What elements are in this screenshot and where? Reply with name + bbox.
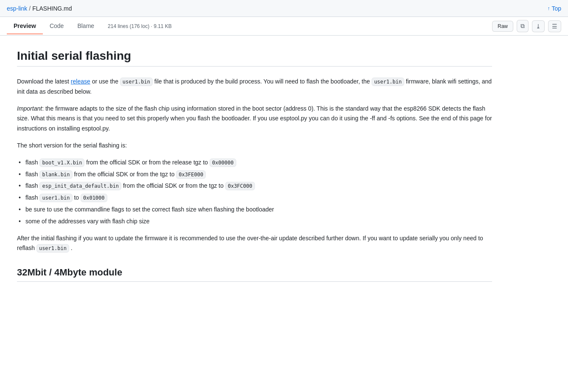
bullet-list: flash boot_v1.X.bin from the official SD…	[17, 158, 492, 227]
li3-before: flash	[25, 182, 39, 189]
li1-after: from the official SDK or from the releas…	[84, 159, 210, 166]
important-italic: Important	[17, 105, 42, 112]
code-boot-bin: boot_v1.X.bin	[39, 158, 84, 167]
tab-blame[interactable]: Blame	[70, 18, 101, 34]
top-arrow-icon: ↑	[547, 6, 550, 11]
li2-before: flash	[25, 171, 39, 178]
para4-after: .	[69, 245, 73, 251]
para4-before: After the initial flashing if you want t…	[17, 235, 483, 252]
list-item-3: flash esp_init_data_default.bin from the…	[25, 181, 492, 191]
para1-mid: file that is produced by the build proce…	[153, 78, 372, 85]
copy-icon: ⧉	[520, 22, 525, 30]
heading-32mbit-module: 32Mbit / 4Mbyte module	[17, 267, 492, 282]
menu-button[interactable]: ☰	[548, 20, 561, 32]
download-button[interactable]: ⤓	[532, 20, 545, 32]
li4-before: flash	[25, 194, 39, 201]
tabs: Preview Code Blame	[7, 18, 101, 34]
code-user1-bin-2: user1.bin	[372, 78, 404, 86]
breadcrumb-repo-link[interactable]: esp-link	[7, 5, 27, 12]
para1-text-before-link: Download the latest	[17, 78, 71, 85]
breadcrumb: esp-link / FLASHING.md	[7, 5, 72, 12]
li3-after: from the official SDK or from the tgz to	[121, 182, 225, 189]
code-user1-bin-1: user1.bin	[120, 78, 153, 86]
paragraph-2-important: Important: the firmware adapts to the si…	[17, 104, 492, 134]
para1-text-after-link: or use the	[90, 78, 120, 85]
li6-text: some of the addresses vary with flash ch…	[25, 218, 150, 225]
li4-after: to	[73, 194, 81, 201]
breadcrumb-separator: /	[29, 5, 31, 12]
file-meta: 214 lines (176 loc) · 9.11 KB	[101, 23, 492, 29]
para2-rest: : the firmware adapts to the size of the…	[17, 105, 492, 132]
li1-before: flash	[25, 159, 39, 166]
code-addr-3FC000: 0x3FC000	[225, 182, 255, 190]
code-blank-bin: blank.bin	[39, 170, 72, 179]
li5-text: be sure to use the commandline flags to …	[25, 206, 274, 213]
paragraph-4-after-flashing: After the initial flashing if you want t…	[17, 234, 492, 254]
paragraph-1: Download the latest release or use the u…	[17, 77, 492, 97]
paragraph-3-short-version: The short version for the serial flashin…	[17, 141, 492, 151]
copy-button[interactable]: ⧉	[517, 20, 529, 32]
tab-code[interactable]: Code	[43, 18, 70, 34]
code-user1-bin-li: user1.bin	[39, 194, 72, 202]
tab-bar: Preview Code Blame 214 lines (176 loc) ·…	[0, 17, 568, 36]
code-addr-00000: 0x00000	[210, 158, 236, 167]
top-bar: esp-link / FLASHING.md ↑ Top	[0, 0, 568, 17]
content-area: Initial serial flashing Download the lat…	[0, 36, 509, 302]
list-item-4: flash user1.bin to 0x01000	[25, 193, 492, 203]
raw-button[interactable]: Raw	[492, 21, 513, 32]
list-item-2: flash blank.bin from the official SDK or…	[25, 170, 492, 180]
heading-initial-serial-flashing: Initial serial flashing	[17, 49, 492, 67]
code-addr-01000: 0x01000	[81, 194, 107, 202]
tab-preview[interactable]: Preview	[7, 18, 43, 34]
menu-icon: ☰	[552, 23, 557, 30]
code-user1-bin-p4: user1.bin	[36, 244, 69, 253]
top-link[interactable]: ↑ Top	[547, 5, 561, 12]
release-link[interactable]: release	[71, 78, 90, 85]
top-link-label: Top	[551, 5, 561, 12]
list-item-6: some of the addresses vary with flash ch…	[25, 217, 492, 227]
list-item-1: flash boot_v1.X.bin from the official SD…	[25, 158, 492, 168]
code-addr-3FE000: 0x3FE000	[176, 170, 206, 179]
breadcrumb-file: FLASHING.md	[32, 5, 72, 12]
download-icon: ⤓	[536, 23, 541, 30]
toolbar-actions: Raw ⧉ ⤓ ☰	[492, 20, 561, 32]
code-esp-init-bin: esp_init_data_default.bin	[39, 182, 121, 190]
list-item-5: be sure to use the commandline flags to …	[25, 205, 492, 215]
li2-after: from the official SDK or from the tgz to	[73, 171, 176, 178]
